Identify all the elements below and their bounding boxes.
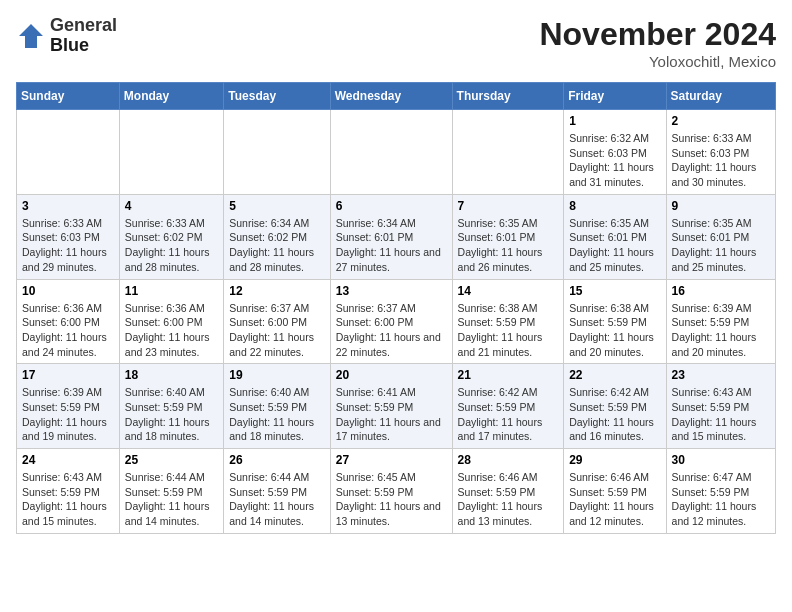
- day-cell: 24Sunrise: 6:43 AM Sunset: 5:59 PM Dayli…: [17, 449, 120, 534]
- day-cell: 1Sunrise: 6:32 AM Sunset: 6:03 PM Daylig…: [564, 110, 666, 195]
- day-number: 18: [125, 368, 218, 382]
- day-number: 6: [336, 199, 447, 213]
- day-cell: 14Sunrise: 6:38 AM Sunset: 5:59 PM Dayli…: [452, 279, 564, 364]
- day-cell: 2Sunrise: 6:33 AM Sunset: 6:03 PM Daylig…: [666, 110, 775, 195]
- day-info: Sunrise: 6:45 AM Sunset: 5:59 PM Dayligh…: [336, 470, 447, 529]
- day-number: 30: [672, 453, 770, 467]
- day-cell: [17, 110, 120, 195]
- logo-text: General Blue: [50, 16, 117, 56]
- day-cell: 20Sunrise: 6:41 AM Sunset: 5:59 PM Dayli…: [330, 364, 452, 449]
- day-number: 19: [229, 368, 324, 382]
- day-number: 21: [458, 368, 559, 382]
- day-cell: [330, 110, 452, 195]
- day-cell: 11Sunrise: 6:36 AM Sunset: 6:00 PM Dayli…: [119, 279, 223, 364]
- day-cell: 18Sunrise: 6:40 AM Sunset: 5:59 PM Dayli…: [119, 364, 223, 449]
- day-number: 7: [458, 199, 559, 213]
- day-cell: 23Sunrise: 6:43 AM Sunset: 5:59 PM Dayli…: [666, 364, 775, 449]
- day-cell: 27Sunrise: 6:45 AM Sunset: 5:59 PM Dayli…: [330, 449, 452, 534]
- logo: General Blue: [16, 16, 117, 56]
- logo-line1: General: [50, 16, 117, 36]
- day-cell: 30Sunrise: 6:47 AM Sunset: 5:59 PM Dayli…: [666, 449, 775, 534]
- day-info: Sunrise: 6:46 AM Sunset: 5:59 PM Dayligh…: [458, 470, 559, 529]
- weekday-header-thursday: Thursday: [452, 83, 564, 110]
- day-cell: 7Sunrise: 6:35 AM Sunset: 6:01 PM Daylig…: [452, 194, 564, 279]
- day-cell: 8Sunrise: 6:35 AM Sunset: 6:01 PM Daylig…: [564, 194, 666, 279]
- day-info: Sunrise: 6:33 AM Sunset: 6:03 PM Dayligh…: [672, 131, 770, 190]
- weekday-header-sunday: Sunday: [17, 83, 120, 110]
- day-number: 20: [336, 368, 447, 382]
- day-cell: 17Sunrise: 6:39 AM Sunset: 5:59 PM Dayli…: [17, 364, 120, 449]
- day-info: Sunrise: 6:42 AM Sunset: 5:59 PM Dayligh…: [458, 385, 559, 444]
- day-info: Sunrise: 6:40 AM Sunset: 5:59 PM Dayligh…: [125, 385, 218, 444]
- day-info: Sunrise: 6:34 AM Sunset: 6:01 PM Dayligh…: [336, 216, 447, 275]
- day-info: Sunrise: 6:43 AM Sunset: 5:59 PM Dayligh…: [22, 470, 114, 529]
- day-cell: 3Sunrise: 6:33 AM Sunset: 6:03 PM Daylig…: [17, 194, 120, 279]
- day-cell: 10Sunrise: 6:36 AM Sunset: 6:00 PM Dayli…: [17, 279, 120, 364]
- week-row-5: 24Sunrise: 6:43 AM Sunset: 5:59 PM Dayli…: [17, 449, 776, 534]
- day-cell: [119, 110, 223, 195]
- day-number: 5: [229, 199, 324, 213]
- week-row-4: 17Sunrise: 6:39 AM Sunset: 5:59 PM Dayli…: [17, 364, 776, 449]
- day-number: 28: [458, 453, 559, 467]
- day-info: Sunrise: 6:33 AM Sunset: 6:02 PM Dayligh…: [125, 216, 218, 275]
- week-row-1: 1Sunrise: 6:32 AM Sunset: 6:03 PM Daylig…: [17, 110, 776, 195]
- week-row-3: 10Sunrise: 6:36 AM Sunset: 6:00 PM Dayli…: [17, 279, 776, 364]
- weekday-header-row: SundayMondayTuesdayWednesdayThursdayFrid…: [17, 83, 776, 110]
- day-info: Sunrise: 6:35 AM Sunset: 6:01 PM Dayligh…: [569, 216, 660, 275]
- day-info: Sunrise: 6:36 AM Sunset: 6:00 PM Dayligh…: [125, 301, 218, 360]
- location: Yoloxochitl, Mexico: [539, 53, 776, 70]
- day-info: Sunrise: 6:38 AM Sunset: 5:59 PM Dayligh…: [569, 301, 660, 360]
- day-number: 22: [569, 368, 660, 382]
- day-info: Sunrise: 6:43 AM Sunset: 5:59 PM Dayligh…: [672, 385, 770, 444]
- logo-icon: [16, 21, 46, 51]
- day-number: 17: [22, 368, 114, 382]
- day-number: 10: [22, 284, 114, 298]
- day-number: 11: [125, 284, 218, 298]
- day-number: 12: [229, 284, 324, 298]
- day-info: Sunrise: 6:37 AM Sunset: 6:00 PM Dayligh…: [229, 301, 324, 360]
- day-info: Sunrise: 6:44 AM Sunset: 5:59 PM Dayligh…: [125, 470, 218, 529]
- day-cell: 16Sunrise: 6:39 AM Sunset: 5:59 PM Dayli…: [666, 279, 775, 364]
- weekday-header-tuesday: Tuesday: [224, 83, 330, 110]
- day-info: Sunrise: 6:35 AM Sunset: 6:01 PM Dayligh…: [672, 216, 770, 275]
- day-info: Sunrise: 6:32 AM Sunset: 6:03 PM Dayligh…: [569, 131, 660, 190]
- day-info: Sunrise: 6:36 AM Sunset: 6:00 PM Dayligh…: [22, 301, 114, 360]
- month-title: November 2024: [539, 16, 776, 53]
- day-info: Sunrise: 6:44 AM Sunset: 5:59 PM Dayligh…: [229, 470, 324, 529]
- day-cell: [224, 110, 330, 195]
- day-info: Sunrise: 6:38 AM Sunset: 5:59 PM Dayligh…: [458, 301, 559, 360]
- day-number: 14: [458, 284, 559, 298]
- day-cell: 15Sunrise: 6:38 AM Sunset: 5:59 PM Dayli…: [564, 279, 666, 364]
- day-info: Sunrise: 6:42 AM Sunset: 5:59 PM Dayligh…: [569, 385, 660, 444]
- day-number: 3: [22, 199, 114, 213]
- day-number: 26: [229, 453, 324, 467]
- weekday-header-wednesday: Wednesday: [330, 83, 452, 110]
- day-cell: 4Sunrise: 6:33 AM Sunset: 6:02 PM Daylig…: [119, 194, 223, 279]
- day-number: 2: [672, 114, 770, 128]
- day-cell: 19Sunrise: 6:40 AM Sunset: 5:59 PM Dayli…: [224, 364, 330, 449]
- day-cell: [452, 110, 564, 195]
- day-info: Sunrise: 6:40 AM Sunset: 5:59 PM Dayligh…: [229, 385, 324, 444]
- day-cell: 21Sunrise: 6:42 AM Sunset: 5:59 PM Dayli…: [452, 364, 564, 449]
- day-number: 8: [569, 199, 660, 213]
- day-number: 1: [569, 114, 660, 128]
- day-cell: 5Sunrise: 6:34 AM Sunset: 6:02 PM Daylig…: [224, 194, 330, 279]
- title-block: November 2024 Yoloxochitl, Mexico: [539, 16, 776, 70]
- weekday-header-monday: Monday: [119, 83, 223, 110]
- day-cell: 13Sunrise: 6:37 AM Sunset: 6:00 PM Dayli…: [330, 279, 452, 364]
- day-number: 29: [569, 453, 660, 467]
- week-row-2: 3Sunrise: 6:33 AM Sunset: 6:03 PM Daylig…: [17, 194, 776, 279]
- day-cell: 12Sunrise: 6:37 AM Sunset: 6:00 PM Dayli…: [224, 279, 330, 364]
- svg-marker-0: [19, 24, 43, 48]
- day-number: 16: [672, 284, 770, 298]
- day-number: 4: [125, 199, 218, 213]
- day-number: 25: [125, 453, 218, 467]
- day-number: 15: [569, 284, 660, 298]
- day-number: 23: [672, 368, 770, 382]
- day-info: Sunrise: 6:35 AM Sunset: 6:01 PM Dayligh…: [458, 216, 559, 275]
- day-cell: 9Sunrise: 6:35 AM Sunset: 6:01 PM Daylig…: [666, 194, 775, 279]
- day-cell: 26Sunrise: 6:44 AM Sunset: 5:59 PM Dayli…: [224, 449, 330, 534]
- day-number: 9: [672, 199, 770, 213]
- calendar-table: SundayMondayTuesdayWednesdayThursdayFrid…: [16, 82, 776, 534]
- day-info: Sunrise: 6:33 AM Sunset: 6:03 PM Dayligh…: [22, 216, 114, 275]
